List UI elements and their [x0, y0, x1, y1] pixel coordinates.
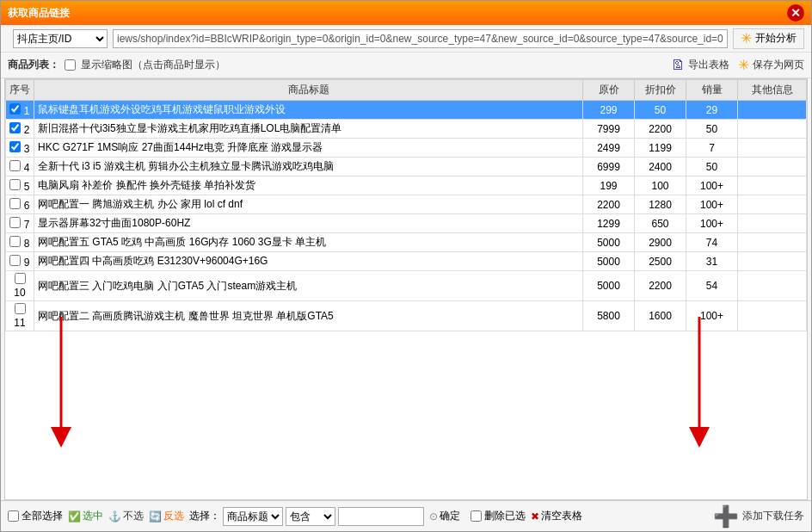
select-all-label: 全部选择	[22, 509, 63, 523]
product-table-container[interactable]: 序号 商品标题 原价 折扣价 销量 其他信息 1 鼠标键盘耳机游戏外设吃鸡耳机游…	[4, 78, 808, 500]
row-discount: 2900	[635, 233, 686, 252]
export-button[interactable]: 🖻 导出表格	[671, 58, 729, 73]
row-checkbox[interactable]	[9, 236, 21, 247]
thumb-checkbox[interactable]	[65, 59, 76, 71]
row-sales: 29	[686, 101, 738, 120]
row-title: 新旧混搭十代i3i5独立显卡游戏主机家用吃鸡直播LOL电脑配置清单	[34, 120, 583, 139]
row-discount: 2200	[635, 271, 686, 301]
close-button[interactable]: ✕	[787, 4, 804, 22]
filter-section: 选择： 商品标题 原价 折扣价 销量 包含 不包含	[189, 507, 424, 526]
row-discount: 2200	[635, 120, 686, 139]
filter-input[interactable]	[338, 507, 424, 526]
delete-wrap: 删除已选	[471, 509, 526, 523]
row-title: 网吧配置三 入门吃鸡电脑 入门GTA5 入门steam游戏主机	[34, 271, 583, 301]
table-row[interactable]: 7 显示器屏幕32寸曲面1080P-60HZ 1299 650 100+	[6, 214, 807, 233]
product-bar: 商品列表： 显示缩略图（点击商品时显示） 🖻 导出表格 ✳ 保存为网页	[1, 53, 811, 78]
table-row[interactable]: 9 网吧配置四 中高画质吃鸡 E31230V+96004G+16G 5000 2…	[6, 252, 807, 271]
analyze-icon: ✳	[741, 30, 752, 46]
row-price: 5000	[583, 233, 635, 252]
row-sales: 50	[686, 120, 738, 139]
select-all-checkbox[interactable]	[8, 510, 19, 522]
unselect-button[interactable]: ⚓ 不选	[108, 509, 144, 523]
row-checkbox[interactable]	[9, 217, 21, 228]
row-sales: 100+	[686, 301, 738, 331]
table-row[interactable]: 2 新旧混搭十代i3i5独立显卡游戏主机家用吃鸡直播LOL电脑配置清单 7999…	[6, 120, 807, 139]
row-seq: 2	[6, 120, 34, 139]
bottom-bar: 全部选择 ✅ 选中 ⚓ 不选 🔄 反选 选择： 商品标题 原价 折扣价 销量 包…	[1, 500, 811, 531]
row-sales: 31	[686, 252, 738, 271]
shop-select[interactable]: 抖店主页/ID	[13, 29, 108, 48]
row-checkbox[interactable]	[9, 179, 21, 190]
clear-table-button[interactable]: ✖ 清空表格	[531, 509, 582, 523]
product-table: 序号 商品标题 原价 折扣价 销量 其他信息 1 鼠标键盘耳机游戏外设吃鸡耳机游…	[5, 79, 807, 331]
table-row[interactable]: 8 网吧配置五 GTA5 吃鸡 中高画质 16G内存 1060 3G显卡 单主机…	[6, 233, 807, 252]
reverse-select-button[interactable]: 🔄 反选	[149, 509, 184, 523]
table-row[interactable]: 6 网吧配置一 腾旭游戏主机 办公 家用 lol cf dnf 2200 128…	[6, 195, 807, 214]
row-discount: 1199	[635, 139, 686, 158]
url-input[interactable]	[113, 29, 728, 48]
row-price: 7999	[583, 120, 635, 139]
select-checked-button[interactable]: ✅ 选中	[68, 509, 103, 523]
contain-select[interactable]: 包含 不包含	[286, 507, 335, 526]
row-other	[738, 120, 807, 139]
row-seq: 5	[6, 176, 34, 195]
confirm-icon: ⊙	[429, 510, 438, 523]
export-icon: 🖻	[671, 58, 685, 73]
save-webpage-button[interactable]: ✳ 保存为网页	[738, 57, 804, 73]
row-price: 5800	[583, 301, 635, 331]
header-price: 原价	[583, 80, 635, 101]
row-checkbox[interactable]	[9, 160, 21, 171]
confirm-button[interactable]: ⊙ 确定	[429, 509, 460, 523]
header-other: 其他信息	[738, 80, 807, 101]
table-row[interactable]: 1 鼠标键盘耳机游戏外设吃鸡耳机游戏键鼠职业游戏外设 299 50 29	[6, 101, 807, 120]
title-bar: 获取商品链接 ✕	[1, 1, 811, 25]
row-other	[738, 101, 807, 120]
row-seq: 7	[6, 214, 34, 233]
row-seq: 10	[6, 271, 34, 301]
header-seq: 序号	[6, 80, 34, 101]
table-row[interactable]: 5 电脑风扇 补差价 换配件 换外壳链接 单拍补发货 199 100 100+	[6, 176, 807, 195]
clear-icon: ✖	[531, 510, 539, 523]
row-checkbox[interactable]	[9, 122, 21, 133]
reverse-icon: 🔄	[149, 510, 162, 523]
row-price: 199	[583, 176, 635, 195]
row-title: 网吧配置二 高画质腾讯游戏主机 魔兽世界 坦克世界 单机版GTA5	[34, 301, 583, 331]
row-title: 鼠标键盘耳机游戏外设吃鸡耳机游戏键鼠职业游戏外设	[34, 101, 583, 120]
table-row[interactable]: 3 HKC G271F 1MS响应 27曲面144Hz电竞 升降底座 游戏显示器…	[6, 139, 807, 158]
table-row[interactable]: 11 网吧配置二 高画质腾讯游戏主机 魔兽世界 坦克世界 单机版GTA5 580…	[6, 301, 807, 331]
filter-label: 选择：	[189, 509, 220, 523]
delete-checkbox[interactable]	[471, 510, 482, 522]
row-sales: 50	[686, 158, 738, 176]
row-discount: 650	[635, 214, 686, 233]
row-checkbox[interactable]	[15, 303, 26, 314]
row-other	[738, 233, 807, 252]
row-discount: 100	[635, 176, 686, 195]
add-icon: ➕	[713, 504, 739, 529]
row-discount: 1280	[635, 195, 686, 214]
table-row[interactable]: 10 网吧配置三 入门吃鸡电脑 入门GTA5 入门steam游戏主机 5000 …	[6, 271, 807, 301]
row-checkbox[interactable]	[9, 255, 21, 266]
add-task-button[interactable]: ➕ 添加下载任务	[713, 504, 804, 529]
window-title: 获取商品链接	[8, 6, 787, 21]
row-checkbox[interactable]	[9, 198, 21, 209]
row-checkbox[interactable]	[9, 141, 21, 152]
row-price: 2200	[583, 195, 635, 214]
main-window: 获取商品链接 ✕ 抖店主页/ID ✳ 开始分析 商品列表： 显示缩略图（点击商品…	[0, 0, 812, 532]
table-header-row: 序号 商品标题 原价 折扣价 销量 其他信息	[6, 80, 807, 101]
row-price: 5000	[583, 271, 635, 301]
row-sales: 74	[686, 233, 738, 252]
row-checkbox[interactable]	[15, 273, 26, 284]
row-price: 2499	[583, 139, 635, 158]
thumb-label: 显示缩略图（点击商品时显示）	[81, 58, 225, 72]
row-checkbox[interactable]	[9, 103, 21, 114]
row-seq: 1	[6, 101, 34, 120]
analyze-button[interactable]: ✳ 开始分析	[733, 28, 804, 49]
row-price: 6999	[583, 158, 635, 176]
row-other	[738, 252, 807, 271]
row-seq: 3	[6, 139, 34, 158]
field-select[interactable]: 商品标题 原价 折扣价 销量	[223, 507, 283, 526]
row-price: 5000	[583, 252, 635, 271]
select-all-wrap: 全部选择	[8, 509, 63, 523]
row-sales: 100+	[686, 214, 738, 233]
table-row[interactable]: 4 全新十代 i3 i5 游戏主机 剪辑办公主机独立显卡腾讯游戏吃鸡电脑 699…	[6, 158, 807, 176]
